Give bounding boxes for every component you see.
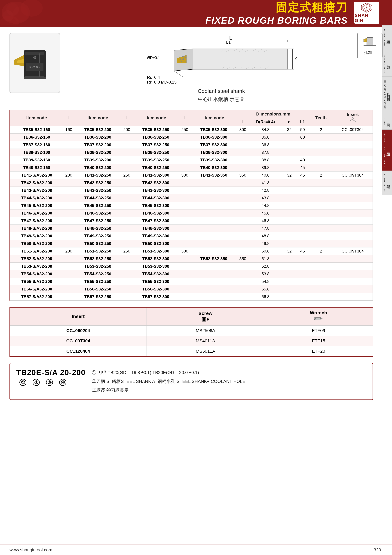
header-title-block: 固定式粗搪刀 FIXED ROUGH BORING BARS	[206, 0, 348, 26]
table-cell	[296, 149, 309, 156]
table-cell	[237, 225, 248, 232]
table-cell	[283, 179, 296, 187]
th-insert: Insert	[333, 110, 373, 126]
svg-point-46	[182, 58, 184, 60]
table-cell	[309, 217, 333, 225]
table-cell	[333, 232, 373, 240]
diagram-labels: Coolant steel shank 中心出水鋼柄 示意圖	[198, 87, 245, 103]
table-cell	[63, 209, 74, 217]
table-cell: TB57-S32-250	[74, 293, 121, 300]
svg-rect-22	[24, 77, 46, 79]
table-row: TB44-S/A32-200TB44-S32-250TB44-S32-30043…	[10, 194, 373, 202]
table-cell: 50.8	[248, 247, 283, 255]
table-cell: TB38-S32-250	[132, 149, 179, 156]
acc-th-screw: Screw ▣●	[147, 307, 264, 326]
svg-rect-63	[367, 37, 373, 46]
table-cell	[333, 263, 373, 270]
table-row: TB41-S/A32-200200TB41-S32-250250TB41-S32…	[10, 171, 373, 179]
table-cell: TB56-S32-250	[74, 285, 121, 293]
table-cell: TB50-S32-300	[132, 240, 179, 247]
table-cell	[309, 278, 333, 285]
table-cell	[283, 202, 296, 209]
table-cell	[296, 202, 309, 209]
table-cell	[179, 285, 190, 293]
th-item-code-1: Item code	[10, 110, 63, 126]
table-cell: TB43-S32-300	[132, 187, 179, 194]
table-cell	[283, 149, 296, 156]
table-cell	[283, 263, 296, 270]
table-cell	[63, 141, 74, 149]
table-cell	[309, 293, 333, 300]
table-cell	[333, 285, 373, 293]
table-cell	[179, 149, 190, 156]
table-cell	[309, 187, 333, 194]
code-line: ① 刀徑 TB20(ØD = 19.8 ±0.1) TB20E(ØD = 20.…	[92, 368, 245, 377]
table-cell	[179, 225, 190, 232]
table-cell	[309, 179, 333, 187]
table-row: TB38-S32-160TB38-S32-200TB38-S32-250TB38…	[10, 149, 373, 156]
table-cell: TB46-S32-250	[74, 209, 121, 217]
table-cell	[190, 263, 237, 270]
table-cell: TB55-S32-300	[132, 278, 179, 285]
code-num-2: ②	[33, 379, 40, 386]
table-cell: 43.8	[248, 194, 283, 202]
table-cell: 32	[283, 247, 296, 255]
table-cell	[179, 156, 190, 164]
svg-text:ØD: ØD	[295, 57, 297, 61]
footer-page: -320-	[372, 548, 383, 553]
footer: www.shangintool.com -320-	[0, 545, 392, 555]
th-L-2: L	[121, 110, 132, 126]
table-row: TB57-S/A32-200TB57-S32-250TB57-S32-30056…	[10, 293, 373, 300]
table-cell: TB54-S32-300	[132, 270, 179, 278]
product-image: SHAN GIN	[9, 33, 60, 93]
table-cell: TB56-S/A32-200	[10, 285, 63, 293]
table-row: TB39-S32-160TB39-S32-200TB39-S32-250TB39…	[10, 156, 373, 164]
table-cell: 35.8	[248, 133, 283, 141]
acc-cell-insert: CC..120404	[10, 346, 147, 357]
acc-th-insert: Insert	[10, 307, 147, 326]
table-cell: 36.8	[248, 141, 283, 149]
table-row: TB53-S/A32-200TB53-S32-250TB53-S32-30052…	[10, 263, 373, 270]
table-cell: TB52-S32-250	[74, 255, 121, 263]
table-cell: 34.8	[248, 126, 283, 133]
table-cell	[179, 141, 190, 149]
table-cell	[63, 156, 74, 164]
table-cell	[121, 255, 132, 263]
table-cell: CC..09T304	[333, 126, 373, 133]
table-cell: 200	[63, 247, 74, 255]
th-L-1: L	[63, 110, 74, 126]
table-cell	[121, 293, 132, 300]
table-row: TB42-S/A32-200TB42-S32-250TB42-S32-30041…	[10, 179, 373, 187]
table-cell	[283, 240, 296, 247]
table-cell: 250	[121, 171, 132, 179]
diagram-caption-en: Coolant steel shank	[198, 87, 245, 95]
table-row: TB48-S/A32-200TB48-S32-250TB48-S32-30047…	[10, 225, 373, 232]
th-item-code-3: Item code	[132, 110, 179, 126]
table-cell: TB42-S32-250	[74, 179, 121, 187]
table-row: TB55-S/A32-200TB55-S32-250TB55-S32-30054…	[10, 278, 373, 285]
table-cell	[283, 278, 296, 285]
table-row: TB36-S32-160TB36-S32-200TB36-S32-250TB36…	[10, 133, 373, 141]
table-cell	[309, 232, 333, 240]
table-cell: TB39-S32-200	[74, 156, 121, 164]
table-cell: 52.8	[248, 263, 283, 270]
table-cell	[179, 255, 190, 263]
table-cell	[179, 179, 190, 187]
table-cell	[63, 217, 74, 225]
table-cell	[63, 164, 74, 171]
table-cell	[309, 270, 333, 278]
table-cell: 40	[296, 156, 309, 164]
table-cell: TB43-S/A32-200	[10, 187, 63, 194]
diagram-caption-zh: 中心出水鋼柄 示意圖	[198, 95, 245, 103]
svg-text:SHAN GIN: SHAN GIN	[29, 66, 40, 68]
table-cell	[190, 225, 237, 232]
table-cell: TB42-S/A32-200	[10, 179, 63, 187]
table-cell	[63, 240, 74, 247]
code-left: TB20E-S/A 20-200 ① ② ③ ④	[16, 368, 86, 386]
table-cell	[333, 202, 373, 209]
table-row: TB46-S/A32-200TB46-S32-250TB46-S32-30045…	[10, 209, 373, 217]
table-cell	[179, 194, 190, 202]
table-cell	[121, 232, 132, 240]
table-cell	[296, 293, 309, 300]
table-cell	[237, 293, 248, 300]
